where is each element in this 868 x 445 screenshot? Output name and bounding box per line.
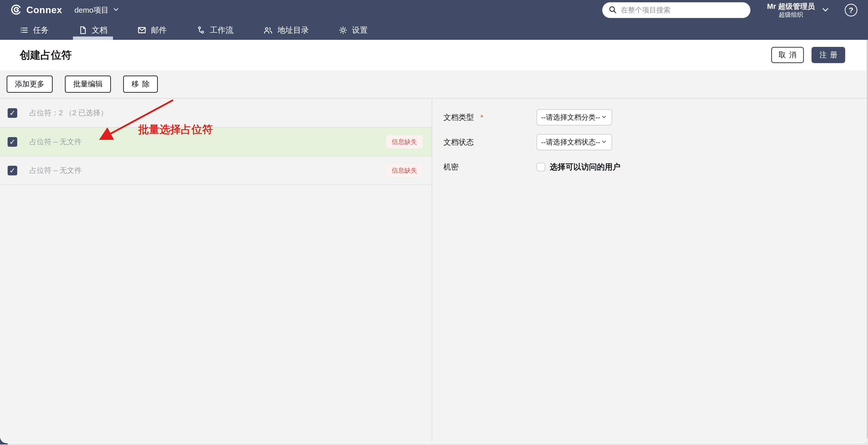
required-asterisk: * (480, 113, 484, 122)
cancel-button[interactable]: 取消 (771, 47, 804, 63)
missing-info-badge: 信息缺失 (386, 164, 423, 177)
tab-directory[interactable]: 地址目录 (256, 20, 316, 40)
missing-info-badge: 信息缺失 (386, 135, 423, 149)
placeholder-list-panel: 占位符：2 （2 已选择） 占位符 – 无文件 信息缺失 占位符 – 无文件 信… (0, 98, 432, 442)
user-org: 超级组织 (779, 11, 803, 19)
row-title: 占位符 – 无文件 (29, 166, 82, 176)
app-window: Connex demo项目 Mr 超级管理员 超级组织 ? (0, 0, 868, 442)
settings-gear-icon (339, 26, 347, 34)
tab-workflow[interactable]: 工作流 (189, 20, 241, 40)
help-icon[interactable]: ? (845, 4, 857, 17)
select-chevron-icon (601, 114, 607, 121)
user-name: Mr 超级管理员 (767, 2, 815, 11)
list-item[interactable]: 占位符 – 无文件 信息缺失 (0, 128, 432, 156)
list-item[interactable]: 占位符 – 无文件 信息缺失 (0, 156, 432, 185)
tab-tasks[interactable]: 任务 (13, 20, 56, 40)
list-toolbar: 添加更多 批量编辑 移除 (0, 70, 868, 98)
page-header: 创建占位符 取消 注册 (0, 40, 868, 70)
content-area: 添加更多 批量编辑 移除 占位符：2 （2 已选择） 占位符 – 无文件 信息缺… (0, 70, 868, 442)
tab-settings[interactable]: 设置 (332, 20, 375, 40)
details-form-panel: 文档类型 * --请选择文档分类-- 文档状态 --请 (432, 98, 868, 442)
search-icon (608, 5, 617, 15)
connex-logo-icon (11, 4, 22, 16)
row-title: 占位符 – 无文件 (29, 137, 82, 147)
bulk-edit-button[interactable]: 批量编辑 (65, 76, 111, 93)
confidential-checkbox-label: 选择可以访问的用户 (550, 162, 620, 172)
add-more-button[interactable]: 添加更多 (7, 76, 53, 93)
tab-label: 任务 (33, 25, 49, 35)
row-checkbox[interactable] (8, 137, 17, 147)
project-selector[interactable]: demo项目 (74, 5, 119, 16)
register-button[interactable]: 注册 (811, 47, 845, 63)
confidential-checkbox[interactable] (537, 163, 545, 171)
doc-status-label: 文档状态 (443, 137, 474, 147)
tab-mail[interactable]: 邮件 (130, 20, 174, 40)
remove-button[interactable]: 移除 (123, 76, 158, 93)
confidential-label: 机密 (443, 162, 459, 172)
doc-type-field: 文档类型 * --请选择文档分类-- (443, 109, 868, 125)
confidential-field: 机密 选择可以访问的用户 (443, 159, 868, 175)
top-bar: Connex demo项目 Mr 超级管理员 超级组织 ? (0, 0, 868, 20)
global-search (602, 2, 750, 18)
directory-people-icon (263, 26, 273, 34)
select-all-checkbox[interactable] (8, 108, 17, 118)
doc-status-select[interactable]: --请选择文档状态-- (537, 134, 612, 150)
document-icon (79, 26, 87, 34)
user-menu[interactable]: Mr 超级管理员 超级组织 (767, 2, 815, 19)
tab-label: 地址目录 (277, 25, 309, 35)
tasks-icon (20, 26, 28, 34)
tab-label: 设置 (352, 25, 368, 35)
chevron-down-icon (113, 6, 119, 14)
list-summary-row: 占位符：2 （2 已选择） (0, 98, 432, 128)
doc-type-label: 文档类型 (443, 112, 474, 123)
user-chevron-down-icon[interactable] (822, 6, 830, 15)
workflow-icon (196, 26, 205, 34)
project-selector-label: demo项目 (74, 5, 109, 16)
tab-label: 邮件 (151, 25, 167, 35)
logo-text: Connex (26, 5, 62, 16)
logo[interactable]: Connex (11, 4, 62, 16)
mail-icon (137, 26, 147, 35)
tab-documents[interactable]: 文档 (71, 20, 115, 40)
select-chevron-icon (601, 139, 607, 146)
page-title: 创建占位符 (20, 48, 72, 62)
nav-tab-bar: 任务 文档 邮件 工作流 地址目录 (0, 20, 868, 40)
doc-status-field: 文档状态 --请选择文档状态-- (443, 134, 868, 150)
scrollbar[interactable] (867, 40, 868, 440)
doc-type-select[interactable]: --请选择文档分类-- (537, 109, 612, 125)
list-summary: 占位符：2 （2 已选择） (29, 108, 108, 118)
row-checkbox[interactable] (8, 166, 17, 175)
search-input[interactable] (621, 6, 744, 14)
tab-label: 文档 (92, 25, 107, 35)
tab-label: 工作流 (210, 25, 233, 35)
